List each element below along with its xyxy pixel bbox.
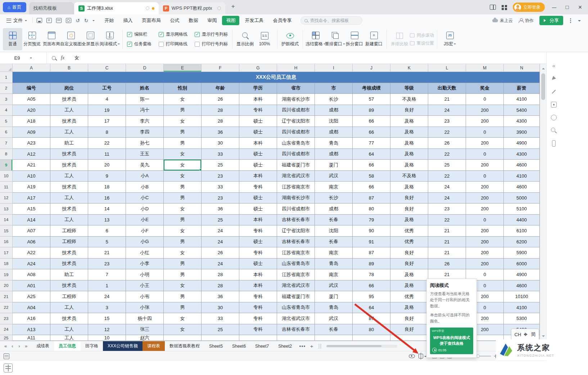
cell-I9[interactable]: 厦门 [315, 160, 353, 171]
cell-A13[interactable]: A15 [13, 203, 50, 215]
column-header-F[interactable]: F [202, 64, 239, 72]
cell-I13[interactable]: 成都 [315, 203, 353, 215]
cell-G24[interactable]: 专科 [239, 324, 277, 335]
cell-L13[interactable]: 23 [428, 203, 466, 215]
cell-A7[interactable]: A23 [13, 138, 50, 149]
vertical-scrollbar[interactable] [540, 64, 546, 341]
cell-I17[interactable]: 南京 [315, 247, 353, 259]
cell-E5[interactable]: 女 [164, 116, 202, 127]
cell-J3[interactable]: 57 [353, 94, 390, 105]
cell-A16[interactable]: A06 [13, 237, 50, 248]
cell-D5[interactable]: 李六 [126, 116, 164, 127]
tab-ppt-tutorial[interactable]: WPS PPT教程.pptx [159, 2, 225, 14]
cell-N9[interactable]: 4600 [504, 160, 540, 171]
cell-N23[interactable]: 5300 [504, 313, 540, 324]
cell-J6[interactable]: 66 [353, 127, 390, 138]
cell-A24[interactable]: A13 [13, 324, 50, 335]
collaborate-button[interactable]: 协作 [519, 18, 534, 24]
cell-G18[interactable]: 硕士 [239, 259, 277, 270]
cell-D13[interactable]: 小D [126, 203, 164, 215]
column-header-B[interactable]: B [50, 64, 88, 72]
scrollbar-thumb[interactable] [541, 73, 545, 100]
cell-N5[interactable]: 4300 [504, 116, 540, 127]
cell-G22[interactable]: 专科 [239, 302, 277, 314]
cell-B15[interactable]: 工程师 [50, 225, 88, 237]
menu-tab-插入[interactable]: 插入 [119, 16, 136, 25]
cell-E23[interactable]: 女 [164, 313, 202, 324]
status-grid-icon[interactable] [4, 353, 9, 359]
cell-E16[interactable]: 男 [164, 237, 202, 248]
cell-D4[interactable]: 冯十 [126, 105, 164, 116]
select-all-corner[interactable] [0, 64, 13, 72]
row-header-3[interactable]: 3 [0, 94, 13, 105]
cell-I15[interactable]: 沈阳 [315, 225, 353, 237]
cell-C16[interactable]: 5 [88, 237, 126, 248]
cell-C4[interactable]: 19 [88, 105, 126, 116]
cell-F5[interactable]: 28 [202, 116, 239, 127]
cell-K12[interactable]: 良好 [390, 193, 428, 204]
header-cell-性别[interactable]: 性别 [164, 83, 202, 94]
cell-E8[interactable]: 女 [164, 149, 202, 160]
row-header-11[interactable]: 11 [0, 182, 13, 193]
cell-B24[interactable]: 工人 [50, 324, 88, 335]
cell-D21[interactable]: 小韦 [126, 291, 164, 302]
ribbon-button-护眼模式[interactable]: 护眼模式 [280, 28, 300, 50]
cell-L6[interactable]: 22 [428, 127, 466, 138]
cell-F12[interactable]: 23 [202, 193, 239, 204]
cell-A5[interactable]: A18 [13, 116, 50, 127]
ribbon-button-重排窗口[interactable]: 重排窗口 [325, 28, 345, 50]
cell-C10[interactable]: 9 [88, 171, 126, 182]
sheet-tab-Sheet2[interactable]: Sheet2 [273, 341, 297, 351]
cell-H13[interactable]: 四川省成都市 [277, 203, 315, 215]
cell-H24[interactable]: 吉林省长春市 [277, 324, 315, 335]
cell-L12[interactable]: 24 [428, 193, 466, 204]
cell-E22[interactable]: 男 [164, 302, 202, 314]
cursor-select-icon[interactable] [550, 75, 557, 82]
cell-C23[interactable]: 15 [88, 313, 126, 324]
header-cell-出勤天数[interactable]: 出勤天数 [428, 83, 466, 94]
sheet-tab-课程表[interactable]: 课程表 [143, 341, 165, 351]
cell-B14[interactable]: 工人 [50, 215, 88, 226]
cell-I23[interactable]: 武汉 [315, 313, 353, 324]
header-cell-考核成绩[interactable]: 考核成绩 [353, 83, 390, 94]
cell-N20[interactable]: 4600 [504, 280, 540, 292]
menu-tab-开始[interactable]: 开始 [100, 16, 118, 25]
cell-M6[interactable]: 0 [466, 127, 504, 138]
cell-B25[interactable]: 工人 [50, 335, 88, 341]
cell-B20[interactable]: 技术员 [50, 280, 88, 292]
cell-A10[interactable]: A10 [13, 171, 50, 182]
cell-B16[interactable]: 工程师 [50, 237, 88, 248]
cell-N22[interactable]: 4100 [504, 302, 540, 314]
last-sheet-icon[interactable] [23, 343, 30, 349]
cell-D25[interactable]: 赵六 [126, 335, 164, 341]
cell-H18[interactable]: 山东省青岛市 [277, 259, 315, 270]
cell-K15[interactable]: 优秀 [390, 225, 428, 237]
tab-workbook3[interactable]: 工作簿3.xlsx [74, 2, 159, 14]
collapse-sidebar-icon[interactable] [550, 62, 557, 69]
cell-I18[interactable]: 青岛 [315, 259, 353, 270]
cell-I4[interactable]: 成都 [315, 105, 353, 116]
column-header-I[interactable]: I [315, 64, 353, 72]
grid-settings-icon[interactable] [4, 363, 13, 372]
cell-F7[interactable]: 30 [202, 138, 239, 149]
cell-F19[interactable]: 28 [202, 269, 239, 280]
cell-F22[interactable]: 30 [202, 302, 239, 314]
cell-L18[interactable]: 26 [428, 259, 466, 270]
cell-B19[interactable]: 助工 [50, 269, 88, 280]
cell-K13[interactable]: 良好 [390, 203, 428, 215]
cell-C25[interactable]: 10 [88, 335, 126, 341]
maximize-button[interactable] [564, 4, 571, 10]
cell-G5[interactable]: 硕士 [239, 116, 277, 127]
cell-F16[interactable]: 24 [202, 237, 239, 248]
row-header-6[interactable]: 6 [0, 127, 13, 138]
reading-mode-toggle[interactable] [419, 354, 426, 358]
menu-tab-视图[interactable]: 视图 [222, 16, 239, 25]
more-menu-icon[interactable] [570, 20, 571, 21]
cell-N11[interactable]: 4600 [504, 182, 540, 193]
cell-L3[interactable]: 21 [428, 94, 466, 105]
file-search-icon[interactable] [550, 127, 557, 134]
column-header-H[interactable]: H [277, 64, 315, 72]
cell-E19[interactable]: 男 [164, 269, 202, 280]
cell-G7[interactable]: 本科 [239, 138, 277, 149]
add-sheet-button[interactable] [308, 343, 315, 349]
